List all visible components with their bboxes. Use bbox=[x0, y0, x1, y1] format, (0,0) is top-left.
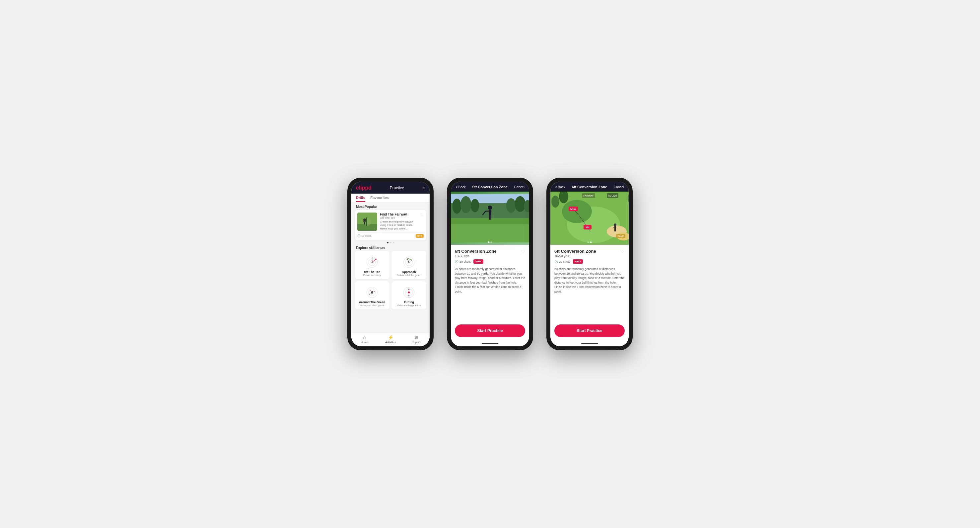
cancel-button-3[interactable]: Cancel bbox=[614, 185, 624, 189]
skill-name-approach: Approach bbox=[402, 270, 416, 274]
drill-detail-title: 6ft Conversion Zone bbox=[455, 249, 525, 254]
svg-point-33 bbox=[408, 291, 409, 293]
phone3-header: < Back 6ft Conversion Zone Cancel bbox=[550, 182, 629, 191]
nav-title: 6ft Conversion Zone bbox=[473, 185, 508, 189]
favourite-icon-detail-3[interactable]: ♡ bbox=[620, 249, 625, 254]
drill-subtitle: Off The Tee bbox=[380, 216, 417, 220]
svg-point-35 bbox=[408, 295, 409, 296]
drill-range-3: 10-50 yds bbox=[554, 254, 625, 258]
shots-info-3: 🕐 20 shots bbox=[554, 260, 570, 263]
skill-name-ott: Off The Tee bbox=[364, 270, 380, 274]
most-popular-label: Most Popular bbox=[351, 202, 430, 210]
carousel-dots bbox=[351, 241, 430, 245]
svg-rect-67 bbox=[614, 229, 615, 231]
home-bar-3 bbox=[581, 343, 598, 344]
skill-card-atg[interactable]: Around The Green Hone your short game bbox=[355, 281, 390, 309]
phone2-header: < Back 6ft Conversion Zone Cancel bbox=[451, 182, 529, 191]
svg-rect-50 bbox=[490, 215, 491, 220]
svg-text:ROUGH: ROUGH bbox=[608, 195, 617, 197]
map-dot-1 bbox=[587, 241, 589, 243]
svg-rect-6 bbox=[363, 221, 366, 222]
drill-title: Find The Fairway bbox=[380, 212, 417, 216]
phone1-content: Most Popular bbox=[351, 202, 430, 332]
dot-1 bbox=[387, 242, 388, 243]
drill-badge: OTT bbox=[416, 234, 424, 238]
favourite-icon-detail[interactable]: ♡ bbox=[521, 249, 525, 254]
drill-description: 20 shots are randomly generated at dista… bbox=[455, 267, 525, 294]
approach-icon bbox=[400, 254, 418, 270]
activities-label: Activities bbox=[385, 341, 396, 344]
svg-rect-48 bbox=[485, 211, 491, 212]
home-indicator bbox=[451, 340, 529, 346]
home-label: Home bbox=[361, 341, 368, 344]
svg-point-42 bbox=[471, 199, 479, 212]
capture-label: Capture bbox=[412, 341, 421, 344]
atg-icon bbox=[363, 284, 381, 300]
skill-card-off-the-tee[interactable]: Off The Tee Power accuracy bbox=[355, 251, 390, 279]
svg-point-44 bbox=[515, 196, 525, 212]
skill-card-approach[interactable]: Approach Dial-in to hit the green bbox=[391, 251, 426, 279]
tab-drills[interactable]: Drills bbox=[356, 196, 365, 202]
nav-activities[interactable]: ⚡ Activities bbox=[377, 335, 404, 344]
map-image-dots bbox=[587, 241, 592, 243]
skill-desc-putting: Make and lag practice bbox=[397, 304, 421, 307]
svg-rect-3 bbox=[366, 217, 367, 226]
nav-home[interactable]: ⌂ Home bbox=[351, 335, 377, 344]
start-practice-button-3[interactable]: Start Practice bbox=[554, 324, 625, 337]
image-dots bbox=[488, 241, 492, 243]
nav-capture[interactable]: ⊕ Capture bbox=[403, 335, 430, 344]
svg-point-40 bbox=[452, 199, 461, 214]
clock-icon-detail-3: 🕐 bbox=[554, 260, 558, 263]
svg-rect-39 bbox=[451, 224, 529, 242]
drill-meta: 🕐 20 shots ARG bbox=[455, 259, 525, 264]
svg-point-41 bbox=[460, 196, 471, 213]
menu-icon[interactable]: ≡ bbox=[422, 185, 425, 191]
svg-point-57 bbox=[551, 196, 559, 207]
img-dot-1 bbox=[488, 241, 490, 243]
skill-desc-atg: Hone your short game bbox=[360, 304, 384, 307]
drill-description-3: 20 shots are randomly generated at dista… bbox=[554, 267, 625, 294]
bottom-nav: ⌂ Home ⚡ Activities ⊕ Capture bbox=[351, 332, 430, 346]
svg-point-43 bbox=[506, 198, 516, 213]
favourite-icon[interactable]: ♡ bbox=[420, 212, 424, 217]
home-indicator-3 bbox=[550, 340, 629, 346]
back-button-3[interactable]: < Back bbox=[555, 185, 565, 189]
home-icon: ⌂ bbox=[363, 335, 366, 340]
drill-map-image: Miss Hit FAIRWAY bbox=[550, 191, 629, 245]
svg-point-46 bbox=[488, 206, 492, 210]
capture-icon: ⊕ bbox=[415, 335, 419, 340]
drill-text: Find The Fairway Off The Tee Create an i… bbox=[380, 212, 417, 231]
skill-desc-approach: Dial-in to hit the green bbox=[397, 274, 421, 277]
svg-rect-65 bbox=[614, 226, 616, 229]
tab-favourites[interactable]: Favourites bbox=[371, 196, 389, 202]
explore-label: Explore skill areas bbox=[351, 245, 430, 251]
app-logo: clippd bbox=[356, 185, 372, 191]
featured-drill-card[interactable]: Find The Fairway Off The Tee Create an i… bbox=[355, 210, 426, 241]
skill-card-putting[interactable]: Putting Make and lag practice bbox=[391, 281, 426, 309]
start-practice-button[interactable]: Start Practice bbox=[455, 324, 525, 337]
cancel-button[interactable]: Cancel bbox=[514, 185, 525, 189]
svg-rect-66 bbox=[613, 227, 616, 228]
shots-label: 🕐 10 shots bbox=[357, 234, 371, 238]
clock-icon-detail: 🕐 bbox=[455, 260, 458, 263]
img-dot-2 bbox=[491, 241, 492, 243]
drill-thumbnail bbox=[357, 212, 377, 231]
svg-text:Hit: Hit bbox=[586, 226, 590, 229]
svg-point-19 bbox=[408, 262, 409, 263]
card-footer: 🕐 10 shots OTT bbox=[357, 233, 424, 238]
back-button[interactable]: < Back bbox=[455, 185, 466, 189]
arg-badge: ARG bbox=[473, 259, 484, 264]
phone1-header: clippd Practice ≡ bbox=[351, 182, 430, 194]
clock-icon: 🕐 bbox=[357, 234, 361, 238]
phone-3-screen: < Back 6ft Conversion Zone Cancel bbox=[550, 182, 629, 346]
tabs-bar: Drills Favourites bbox=[351, 194, 430, 202]
nav-title-3: 6ft Conversion Zone bbox=[572, 185, 607, 189]
activities-icon: ⚡ bbox=[388, 335, 393, 340]
phones-container: clippd Practice ≡ Drills Favourites Most… bbox=[347, 178, 633, 350]
svg-point-13 bbox=[375, 258, 377, 260]
svg-text:SAND: SAND bbox=[617, 235, 624, 238]
phone-2: < Back 6ft Conversion Zone Cancel bbox=[447, 178, 533, 350]
svg-point-64 bbox=[614, 223, 616, 226]
drill-detail-title-3: 6ft Conversion Zone bbox=[554, 249, 625, 254]
svg-point-34 bbox=[408, 289, 409, 290]
